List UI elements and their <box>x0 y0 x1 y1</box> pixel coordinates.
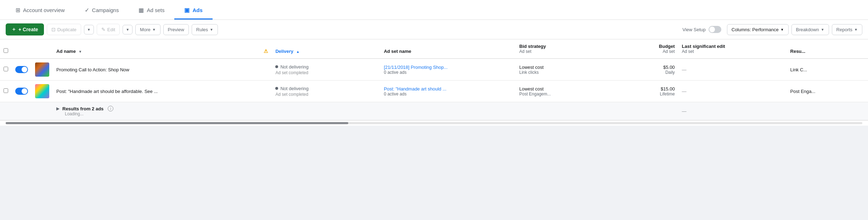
summary-expand[interactable]: ▶ Results from 2 ads i <box>56 106 268 111</box>
loading-text: Loading... <box>65 111 268 116</box>
view-setup-control: View Setup <box>682 26 721 33</box>
row-adname-cell-1: Post: "Handmade art should be affordable… <box>53 81 260 102</box>
delivery-status-0: Not delivering Ad set completed <box>275 64 377 75</box>
info-icon[interactable]: i <box>108 106 113 111</box>
ads-table: Ad name ▼ ⚠ Delivery ▲ Ad set name Bid s… <box>0 39 868 120</box>
delivery-sub-text-1: Ad set completed <box>275 92 377 97</box>
budget-main-0: $5.00 <box>614 65 675 70</box>
table-row: Promoting Call to Action: Shop Now Not d… <box>0 59 868 81</box>
table-row: Post: "Handmade art should be affordable… <box>0 81 868 102</box>
budget-header: Budget Ad set <box>610 39 678 59</box>
duplicate-icon: ⊡ <box>51 27 56 32</box>
row-last-edit-cell-1: — <box>678 81 787 102</box>
row-checkbox-cell-0 <box>0 59 12 81</box>
row-results-cell-1: Post Enga... <box>787 81 868 102</box>
toolbar: ＋ + Create ⊡ Duplicate ▼ ✎ Edit ▼ More ▼… <box>0 20 868 39</box>
chevron-down-icon-2: ▼ <box>126 28 129 32</box>
ad-toggle-slider-0 <box>15 66 28 73</box>
ad-toggle-slider-1 <box>15 88 28 95</box>
preview-button[interactable]: Preview <box>163 24 189 35</box>
summary-toggle-cell <box>12 102 32 120</box>
budget-main-1: $15.00 <box>614 86 675 92</box>
last-edit-header: Last significant edit Ad set <box>678 39 787 59</box>
summary-bid-cell <box>516 102 611 120</box>
duplicate-dropdown-button[interactable]: ▼ <box>84 25 94 34</box>
row-adname-cell-0: Promoting Call to Action: Shop Now <box>53 59 260 81</box>
bid-strategy-header: Bid strategy Ad set <box>516 39 611 59</box>
view-setup-toggle[interactable] <box>709 26 721 33</box>
adset-sub-1: 0 active ads <box>384 92 512 97</box>
edit-dropdown-button[interactable]: ▼ <box>123 25 133 34</box>
row-bid-cell-0: Lowest cost Link clicks <box>516 59 611 81</box>
row-checkbox-1[interactable] <box>4 88 8 93</box>
create-button[interactable]: ＋ + Create <box>6 23 44 35</box>
ads-icon: ▣ <box>184 7 190 13</box>
adset-link-0[interactable]: [21/11/2018] Promoting Shop... <box>384 65 447 70</box>
summary-thumb-cell <box>32 102 53 120</box>
delivery-sub-text-0: Ad set completed <box>275 70 377 75</box>
results-value-0: Link C... <box>790 67 807 72</box>
ad-toggle-0[interactable] <box>15 66 28 73</box>
last-edit-value-0: — <box>682 67 687 72</box>
account-overview-icon: ⊞ <box>16 7 20 13</box>
row-checkbox-0[interactable] <box>4 67 8 71</box>
edit-button[interactable]: ✎ Edit <box>97 24 120 35</box>
summary-adset-cell <box>380 102 515 120</box>
row-checkbox-cell-1 <box>0 81 12 102</box>
summary-label-cell: ▶ Results from 2 ads i Loading... <box>53 102 272 120</box>
budget-sub-1: Lifetime <box>614 92 675 97</box>
duplicate-button[interactable]: ⊡ Duplicate <box>47 24 81 35</box>
rules-button[interactable]: Rules ▼ <box>192 24 218 35</box>
toggle-slider <box>709 26 721 33</box>
status-dot-0 <box>275 65 278 68</box>
select-all-header[interactable] <box>0 39 12 59</box>
row-toggle-cell-0 <box>12 59 32 81</box>
row-toggle-cell-1 <box>12 81 32 102</box>
bid-sub-0: Link clicks <box>519 70 607 75</box>
row-results-cell-0: Link C... <box>787 59 868 81</box>
row-budget-cell-0: $5.00 Daily <box>610 59 678 81</box>
more-button[interactable]: More ▼ <box>135 24 160 35</box>
columns-button[interactable]: Columns: Performance ▼ <box>727 24 789 35</box>
select-all-checkbox[interactable] <box>4 48 8 53</box>
scrollbar-container <box>0 120 868 126</box>
adset-sub-0: 0 active ads <box>384 70 512 75</box>
summary-delivery-cell <box>272 102 380 120</box>
summary-label-text: Results from 2 ads <box>62 106 103 111</box>
ad-toggle-1[interactable] <box>15 88 28 95</box>
reports-button[interactable]: Reports ▼ <box>832 24 862 35</box>
summary-results-cell <box>787 102 868 120</box>
chevron-down-icon: ▼ <box>87 28 91 32</box>
ad-name-header[interactable]: Ad name ▼ <box>53 39 260 59</box>
ad-sets-icon: ▦ <box>139 7 144 13</box>
tab-campaigns[interactable]: ✓ Campaigns <box>75 7 129 20</box>
budget-sub-0: Daily <box>614 70 675 75</box>
scrollbar-thumb[interactable] <box>6 122 348 124</box>
row-thumb-cell-0 <box>32 59 53 81</box>
tab-account-overview[interactable]: ⊞ Account overview <box>6 7 75 20</box>
ad-name-text-1: Post: "Handmade art should be affordable… <box>56 89 158 94</box>
delivery-header[interactable]: Delivery ▲ <box>272 39 380 59</box>
row-delivery-cell-0: Not delivering Ad set completed <box>272 59 380 81</box>
expand-icon: ▶ <box>56 106 60 111</box>
scrollbar-track[interactable] <box>6 122 862 124</box>
row-thumb-cell-1 <box>32 81 53 102</box>
row-warning-cell-1 <box>260 81 272 102</box>
bid-main-1: Lowest cost <box>519 86 607 92</box>
adset-link-1[interactable]: Post: "Handmade art should ... <box>384 86 446 92</box>
row-adset-cell-1: Post: "Handmade art should ... 0 active … <box>380 81 515 102</box>
warning-header: ⚠ <box>260 39 272 59</box>
tab-bar: ⊞ Account overview ✓ Campaigns ▦ Ad sets… <box>0 0 868 20</box>
breakdown-button[interactable]: Breakdown ▼ <box>791 24 829 35</box>
status-dot-1 <box>275 87 278 90</box>
tab-ads[interactable]: ▣ Ads <box>174 7 212 20</box>
delivery-status-text-0: Not delivering <box>275 64 377 70</box>
delivery-status-1: Not delivering Ad set completed <box>275 86 377 97</box>
delivery-sort-icon: ▲ <box>296 50 300 54</box>
toggle-header <box>12 39 32 59</box>
bid-sub-1: Post Engagem... <box>519 92 607 97</box>
row-last-edit-cell-0: — <box>678 59 787 81</box>
last-edit-value-1: — <box>682 89 687 94</box>
tab-ad-sets[interactable]: ▦ Ad sets <box>129 7 174 20</box>
columns-chevron-icon: ▼ <box>780 28 784 32</box>
